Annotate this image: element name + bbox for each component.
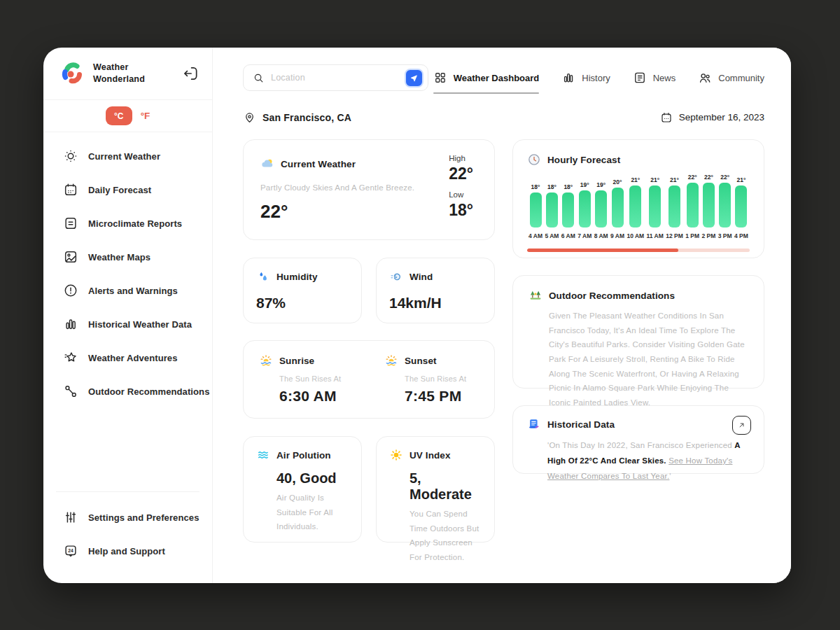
sidebar-item-daily-forecast[interactable]: Daily Forecast [43, 173, 212, 206]
right-column: Hourly Forecast 18°4 AM18°5 AM18°6 AM19°… [512, 139, 764, 559]
hourly-bars: 18°4 AM18°5 AM18°6 AM19°7 AM19°8 AM20°9 … [527, 174, 750, 239]
alert-icon [63, 283, 78, 298]
fahrenheit-button[interactable]: °F [141, 111, 150, 121]
report-icon [63, 216, 78, 231]
hourly-bar-10-am: 21°10 AM [626, 176, 644, 240]
hourly-bar-12-pm: 21°12 PM [666, 176, 683, 240]
ledger-icon [527, 417, 541, 431]
date-text: September 16, 2023 [679, 112, 764, 122]
tab-community[interactable]: Community [698, 71, 764, 85]
hourly-bar-5-am: 18°5 AM [545, 183, 559, 239]
sliders-icon [63, 510, 78, 525]
current-weather-description: Partly Cloudy Skies And A Gentle Breeze. [260, 181, 477, 195]
hourly-bar-11-am: 21°11 AM [647, 176, 664, 240]
air-pollution-value: 40, Good [276, 470, 349, 486]
chart-scrollbar-fill [527, 248, 678, 252]
uv-sun-icon [389, 448, 403, 462]
sidebar: Weather Wonderland °C °F Current Weather… [43, 48, 213, 583]
historical-quote-suffix: ' [669, 472, 671, 480]
sidebar-item-microclimate-reports[interactable]: Microclimate Reports [43, 206, 212, 240]
sunrise-time: 6:30 AM [279, 388, 369, 405]
hourly-bar-2-pm: 22°2 PM [701, 174, 715, 239]
dashboard-grid: Current Weather Partly Cloudy Skies And … [243, 139, 764, 559]
low-value: 18° [449, 201, 473, 220]
tab-history[interactable]: History [561, 71, 610, 85]
search-icon [253, 72, 265, 84]
outdoor-recommendations-card: Outdoor Recommendations Given The Pleasa… [512, 275, 764, 388]
sunset-block: Sunset The Sun Rises At 7:45 PM [369, 354, 494, 405]
current-weather-title: Current Weather [281, 159, 356, 169]
current-weather-card: Current Weather Partly Cloudy Skies And … [243, 139, 495, 240]
sunrise-icon [259, 354, 273, 368]
main-content: Weather Dashboard History News [213, 48, 791, 583]
hourly-bar-3-pm: 22°3 PM [718, 174, 732, 239]
location-pin-icon [243, 111, 256, 124]
high-value: 22° [449, 164, 473, 183]
wind-card: Wind 14km/H [376, 258, 495, 323]
logout-button[interactable] [181, 64, 200, 83]
sidebar-item-weather-adventures[interactable]: Weather Adventures [43, 341, 212, 374]
sunset-title: Sunset [405, 356, 437, 366]
hourly-bar-8-am: 19°8 AM [594, 181, 608, 240]
route-icon [63, 384, 78, 399]
humidity-value: 87% [256, 295, 349, 312]
main-tabs: Weather Dashboard History News [433, 71, 764, 85]
tab-weather-dashboard[interactable]: Weather Dashboard [433, 71, 540, 85]
sidebar-menu: Current Weather Daily Forecast Microclim… [43, 132, 212, 408]
community-icon [698, 71, 712, 85]
wind-value: 14km/H [389, 295, 482, 312]
map-photo-icon [63, 249, 78, 265]
send-button[interactable] [405, 69, 424, 88]
unit-toggle: °C °F [43, 100, 212, 132]
hourly-bar-7-am: 19°7 AM [578, 181, 592, 240]
humidity-title: Humidity [276, 272, 318, 282]
calendar-icon [63, 182, 78, 197]
hourly-bar-6-am: 18°6 AM [561, 183, 575, 239]
droplets-icon [256, 270, 270, 284]
brand-name: Weather Wonderland [93, 62, 145, 86]
humidity-card: Humidity 87% [243, 258, 362, 323]
search-input[interactable] [271, 73, 398, 83]
brand-logo-icon [60, 61, 85, 86]
uv-index-description: You Can Spend Time Outdoors But Apply Su… [410, 507, 482, 565]
hourly-forecast-title: Hourly Forecast [547, 155, 620, 165]
sidebar-item-historical-weather-data[interactable]: Historical Weather Data [43, 307, 212, 341]
sidebar-item-current-weather[interactable]: Current Weather [43, 139, 212, 173]
air-pollution-title: Air Polution [276, 450, 331, 461]
chart-scrollbar[interactable] [527, 248, 750, 252]
outdoor-recommendations-title: Outdoor Recommendations [549, 290, 675, 301]
sunrise-title: Sunrise [279, 356, 314, 366]
date-calendar-icon [660, 111, 673, 124]
external-link-button[interactable] [732, 416, 751, 435]
help-24-icon: 24 [63, 543, 78, 559]
uv-index-title: UV Index [410, 450, 451, 461]
uv-index-value: 5, Moderate [410, 470, 482, 503]
sidebar-item-weather-maps[interactable]: Weather Maps [43, 240, 212, 274]
cloud-sun-icon [260, 157, 274, 171]
uv-index-card: UV Index 5, Moderate You Can Spend Time … [376, 436, 495, 542]
high-label: High [449, 154, 473, 162]
wind-swirl-icon [389, 270, 403, 284]
sidebar-item-outdoor-recommendations[interactable]: Outdoor Recommendations [43, 374, 212, 408]
star-icon [63, 350, 78, 365]
sidebar-item-settings[interactable]: Settings and Preferences [56, 500, 200, 534]
celsius-button[interactable]: °C [106, 106, 132, 125]
news-icon [633, 71, 647, 85]
sidebar-item-help[interactable]: 24 Help and Support [56, 534, 200, 568]
park-icon [528, 288, 542, 302]
history-bars-icon [561, 71, 575, 85]
high-low-block: High 22° Low 18° [449, 154, 473, 220]
current-date: September 16, 2023 [660, 111, 764, 124]
historical-quote-prefix: 'On This Day In 2022, San Francisco Expe… [547, 441, 734, 449]
historical-data-card: Historical Data 'On This Day In 2022, Sa… [512, 405, 764, 474]
location-text: San Francisco, CA [262, 112, 351, 123]
hourly-bar-4-am: 18°4 AM [528, 183, 542, 239]
sun-card: Sunrise The Sun Rises At 6:30 AM Suns [243, 340, 495, 419]
app-window: Weather Wonderland °C °F Current Weather… [43, 48, 791, 583]
sunrise-block: Sunrise The Sun Rises At 6:30 AM [244, 354, 369, 405]
historical-data-body: 'On This Day In 2022, San Francisco Expe… [547, 438, 750, 484]
tab-news[interactable]: News [633, 71, 676, 85]
sidebar-item-alerts-warnings[interactable]: Alerts and Warnings [43, 274, 212, 307]
sunset-subtitle: The Sun Rises At [405, 374, 494, 383]
sidebar-footer: Settings and Preferences 24 Help and Sup… [56, 491, 200, 583]
